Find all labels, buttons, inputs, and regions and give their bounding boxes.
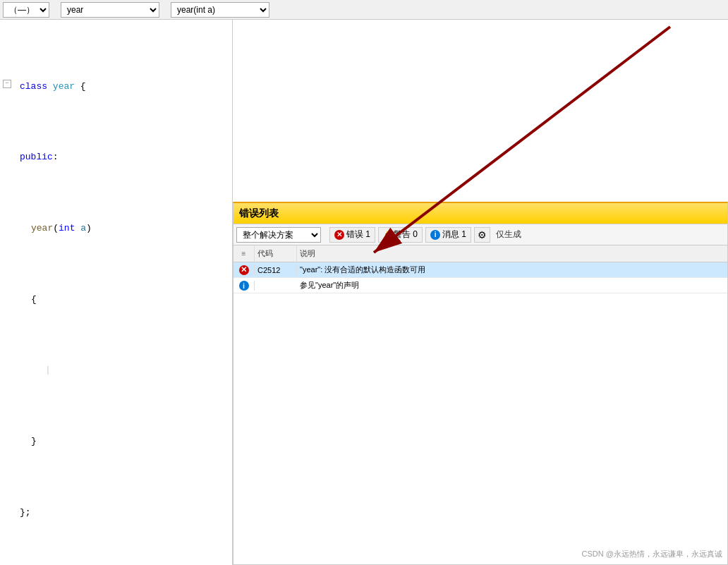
error-row-1-icon: ✕: [233, 265, 255, 275]
scope-dropdown[interactable]: （—）: [3, 2, 49, 18]
method-dropdown[interactable]: year(int a): [171, 2, 269, 18]
error-list-toolbar: 整个解决方案 ✕ 错误 1 ! 警告 0: [233, 224, 727, 245]
error-table[interactable]: ≡ 代码 说明 ✕: [233, 245, 727, 564]
right-panel: 错误列表 整个解决方案 ✕ 错误 1: [233, 20, 728, 565]
col-desc-label: 说明: [300, 248, 315, 259]
error-row-1-error-icon: ✕: [239, 265, 249, 275]
info-icon: i: [430, 230, 440, 240]
error-row-2-desc-text: 参见"year"的声明: [300, 280, 359, 291]
warning-filter-btn[interactable]: ! 警告 0: [378, 227, 423, 243]
error-row-2-info-icon: i: [239, 281, 249, 291]
line-3-text: year(int a): [17, 221, 229, 236]
col-icon-label: ≡: [242, 250, 246, 257]
code-content: − class year { public: year(int a): [0, 20, 232, 565]
warning-btn-label: 警告 0: [394, 229, 418, 241]
error-table-header: ≡ 代码 说明: [233, 245, 727, 262]
error-row-1[interactable]: ✕ C2512 "year": 没有合适的默认构造函数可用: [233, 262, 727, 278]
gutter-1: −: [0, 80, 14, 88]
line-2-text: public:: [17, 150, 229, 164]
filter-icon: ⚙: [478, 229, 487, 241]
solution-scope-dropdown[interactable]: 整个解决方案: [236, 227, 321, 243]
collapse-btn-1[interactable]: −: [3, 80, 11, 88]
col-code-label: 代码: [257, 248, 273, 259]
build-label: 仅生成: [493, 229, 524, 241]
line-6-text: }: [17, 435, 229, 449]
line-4-text: {: [17, 293, 229, 307]
filter-btn[interactable]: ⚙: [474, 227, 490, 243]
top-toolbar: （—） year year(int a): [0, 0, 728, 20]
error-row-1-desc: "year": 没有合适的默认构造函数可用: [297, 265, 727, 275]
col-header-icon: ≡: [233, 245, 255, 262]
code-editor[interactable]: − class year { public: year(int a): [0, 20, 233, 565]
error-list-panel: 错误列表 整个解决方案 ✕ 错误 1: [233, 202, 728, 565]
error-filter-btn[interactable]: ✕ 错误 1: [329, 227, 375, 243]
info-filter-btn[interactable]: i 消息 1: [425, 227, 471, 243]
line-5-text: |: [17, 363, 229, 377]
warning-icon: !: [383, 231, 392, 239]
info-btn-label: 消息 1: [442, 229, 466, 241]
line-7-text: };: [17, 506, 229, 520]
error-icon: ✕: [334, 230, 344, 240]
error-row-2-icon: i: [233, 281, 255, 291]
error-row-1-code-text: C2512: [257, 266, 280, 274]
error-row-1-desc-text: "year": 没有合适的默认构造函数可用: [300, 265, 425, 275]
class-dropdown[interactable]: year: [61, 2, 159, 18]
error-btn-label: 错误 1: [346, 229, 370, 241]
error-row-2-desc: 参见"year"的声明: [297, 280, 727, 291]
error-row-1-code: C2512: [255, 266, 297, 274]
line-1-text: class year {: [17, 80, 229, 94]
error-list-title: 错误列表: [239, 207, 279, 220]
watermark: CSDN @永远热情，永远谦卑，永远真诚: [582, 549, 722, 559]
error-list-header: 错误列表: [233, 203, 727, 224]
col-header-code: 代码: [255, 245, 297, 262]
error-row-2[interactable]: i 参见"year"的声明: [233, 278, 727, 293]
col-header-desc: 说明: [297, 245, 727, 262]
